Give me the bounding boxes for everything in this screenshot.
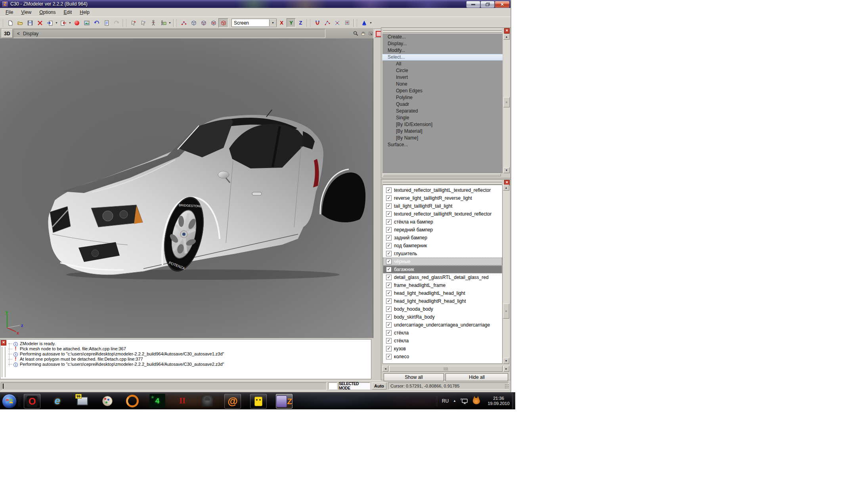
select-objects-button[interactable] [138, 18, 148, 28]
command-item[interactable]: Modify... [382, 47, 503, 54]
toolbar-grip[interactable] [2, 19, 4, 27]
emule-tray-icon[interactable] [473, 398, 480, 404]
scroll-right-icon[interactable]: ► [503, 366, 509, 372]
edges-level-button[interactable] [189, 18, 199, 28]
command-item[interactable]: Separated [382, 108, 503, 115]
layer-checkbox[interactable] [386, 259, 392, 264]
command-item[interactable]: Open Edges [382, 88, 503, 94]
layer-row[interactable]: глушитель [383, 250, 502, 258]
view-mode-combo[interactable]: Screen ▼ [231, 19, 277, 27]
scroll-up-icon[interactable]: ▲ [503, 34, 510, 40]
axis-constraint-button[interactable]: X [277, 18, 286, 27]
language-indicator[interactable]: RU [442, 398, 449, 404]
axis-constraint-button[interactable]: Y [287, 18, 296, 27]
log-close-button[interactable]: ✕ [1, 340, 6, 346]
menu-item[interactable]: Edit [60, 9, 76, 16]
combo-dropdown-arrow[interactable]: ▼ [269, 19, 276, 26]
bones-mode-button[interactable] [148, 18, 158, 28]
open-file-button[interactable] [15, 18, 25, 28]
layer-row[interactable]: head_light_headlightR_head_light [383, 297, 502, 305]
layer-row[interactable]: передний бампер [383, 226, 502, 234]
hscrollbar-thumb[interactable] [389, 366, 503, 372]
minimize-button[interactable] [466, 1, 480, 8]
menu-item[interactable]: File [2, 9, 17, 16]
delete-button[interactable] [35, 18, 45, 28]
vertices-level-button[interactable] [179, 18, 189, 28]
layer-row[interactable]: багажник [383, 266, 502, 273]
layer-row[interactable]: frame_headlightL_frame [383, 281, 502, 289]
layer-checkbox[interactable] [386, 187, 392, 193]
layer-checkbox[interactable] [386, 251, 392, 256]
command-item[interactable]: Select... [382, 54, 503, 61]
layer-row[interactable]: колесо [383, 353, 502, 361]
layer-row[interactable]: кузов [383, 345, 502, 353]
toolbar-grip[interactable] [356, 19, 358, 27]
command-item[interactable]: Circle [382, 67, 503, 74]
layer-row[interactable]: под бамперник [383, 242, 502, 250]
layer-checkbox[interactable] [386, 290, 392, 296]
show-all-button[interactable]: Show all [384, 373, 444, 381]
toolbar-grip[interactable] [310, 19, 311, 27]
status-auto-segment[interactable]: Auto [372, 382, 386, 390]
layer-row[interactable]: reverse_light_taillightR_reverse_light [383, 194, 502, 202]
layer-checkbox[interactable] [386, 283, 392, 288]
command-item[interactable]: Quadr [382, 101, 503, 108]
viewport-breadcrumb[interactable]: < Display [13, 29, 325, 38]
command-scrollbar[interactable]: ▲ ≡ ▼ [503, 34, 510, 173]
layer-checkbox[interactable] [386, 219, 392, 225]
layer-checkbox[interactable] [386, 203, 392, 209]
network-icon[interactable] [461, 398, 468, 404]
viewport-pan-button[interactable] [359, 30, 367, 37]
layer-row[interactable]: стёкла [383, 329, 502, 337]
tray-expand-icon[interactable]: ▲ [453, 399, 456, 403]
taskbar-app-button[interactable] [99, 394, 115, 408]
log-grip[interactable] [2, 347, 6, 377]
layer-row[interactable]: стёкла [383, 337, 502, 345]
panel-grip[interactable] [383, 29, 502, 34]
command-item[interactable]: Surface... [382, 141, 503, 148]
layer-checkbox[interactable] [386, 330, 392, 336]
layer-checkbox[interactable] [386, 235, 392, 241]
command-item[interactable]: None [382, 81, 503, 88]
import-dropdown-arrow[interactable]: ▼ [55, 21, 58, 24]
command-hscrollbar[interactable] [383, 174, 501, 176]
command-item[interactable]: [By ID/Extension] [382, 121, 503, 128]
show-desktop-button[interactable] [512, 393, 515, 409]
command-item[interactable]: [By Name] [382, 135, 503, 141]
layer-checkbox[interactable] [386, 338, 392, 344]
export-dropdown-arrow[interactable]: ▼ [68, 21, 72, 24]
layer-checkbox[interactable] [386, 211, 392, 217]
hide-all-button[interactable]: Hide all [445, 373, 508, 381]
command-item[interactable]: Display... [382, 40, 503, 47]
command-input[interactable] [1, 382, 327, 390]
new-file-button[interactable] [5, 18, 15, 28]
snap-grid-button[interactable] [342, 18, 352, 28]
gizmo-dropdown-arrow[interactable]: ▼ [369, 21, 373, 24]
command-item[interactable]: Invert [382, 74, 503, 81]
layer-row[interactable]: задний бампер [383, 234, 502, 242]
scroll-up-icon[interactable]: ▲ [503, 185, 509, 191]
taskbar-app-button[interactable]: II [174, 394, 190, 408]
taskbar-app-button[interactable]: O [24, 394, 40, 409]
layer-row[interactable]: textured_reflector_taillightL_textured_r… [383, 186, 502, 194]
clock[interactable]: 21:36 19.09.2010 [484, 396, 513, 406]
redo-button[interactable] [111, 18, 121, 28]
save-button[interactable] [25, 18, 35, 28]
gizmo-mode-button[interactable] [359, 18, 369, 28]
command-item[interactable]: Single [382, 115, 503, 121]
restore-button[interactable] [480, 1, 495, 8]
menu-item[interactable]: Help [76, 9, 94, 16]
snap-edge-button[interactable] [332, 18, 342, 28]
layer-checkbox[interactable] [386, 227, 392, 233]
toolbar-grip[interactable] [126, 19, 127, 27]
taskbar-app-button[interactable]: 4 [149, 394, 165, 408]
menu-item[interactable]: View [17, 9, 35, 16]
select-faces-button[interactable] [128, 18, 138, 28]
breadcrumb-back-icon[interactable]: < [17, 31, 20, 36]
start-button[interactable] [2, 394, 17, 409]
import-button[interactable] [45, 18, 55, 28]
toolbar-grip[interactable] [176, 19, 178, 27]
scrollbar-thumb[interactable]: ≡ [503, 304, 509, 319]
layer-checkbox[interactable] [386, 354, 392, 359]
material-editor-button[interactable] [72, 18, 82, 28]
